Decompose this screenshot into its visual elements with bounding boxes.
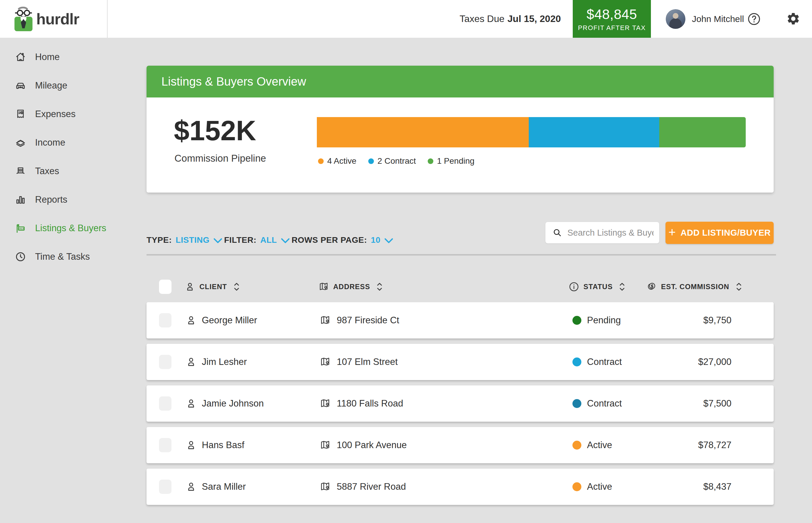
app-root: hurdlr Taxes Due Jul 15, 2020 $48,845 PR… [0,0,812,523]
map-icon [320,481,331,492]
search-input[interactable] [567,228,654,238]
brand-logo[interactable]: hurdlr [0,0,108,38]
gear-icon[interactable] [786,12,800,26]
address: 100 Park Avenue [337,427,407,463]
column-header-commission[interactable]: EST. COMMISSION [646,274,744,300]
taxes-due-text: Taxes Due Jul 15, 2020 [459,0,561,38]
type-value: LISTING [176,235,210,245]
column-header-client[interactable]: CLIENT [184,274,242,300]
svg-text:SALE: SALE [19,228,24,230]
client-name: Jim Lesher [202,344,247,380]
table-row[interactable]: George Miller 987 Fireside Ct Pending $9… [146,302,774,339]
sidebar: Home Mileage Expenses Income Taxes Repor… [0,38,108,523]
rows-per-page-label: ROWS PER PAGE: [292,235,367,245]
status-dot [573,316,581,325]
overview-card-body: $152K Commission Pipeline 4 Active 2 Con… [146,97,774,193]
person-icon [185,315,197,326]
bar-segment-contract [529,117,659,147]
overview-card: Listings & Buyers Overview $152K Commiss… [146,66,774,193]
address: 107 Elm Street [337,344,398,380]
sidebar-item-listings-buyers[interactable]: SALE Listings & Buyers [0,214,108,242]
address: 987 Fireside Ct [337,302,399,339]
divider [146,254,776,255]
commission-value: $8,437 [703,469,732,505]
income-icon [15,137,26,148]
sort-icon[interactable] [734,282,744,292]
sidebar-item-income[interactable]: Income [0,128,108,157]
status-dot [573,482,581,491]
user-name: John Mitchell [692,14,744,24]
sort-icon[interactable] [231,282,242,292]
address: 1180 Falls Road [337,385,403,422]
row-checkbox[interactable] [159,438,172,452]
column-header-status[interactable]: STATUS [569,274,628,300]
commission-value: $9,750 [703,302,732,339]
user-menu[interactable]: John Mitchell [666,0,744,38]
commission-value: $78,727 [698,427,732,463]
clock-icon [15,251,26,263]
commission-value: $27,000 [698,344,732,380]
sort-icon[interactable] [374,282,385,292]
sidebar-item-label: Home [35,52,60,62]
sidebar-item-label: Listings & Buyers [35,223,106,234]
column-header-address[interactable]: ADDRESS [318,274,385,300]
sidebar-item-taxes[interactable]: Taxes [0,157,108,185]
sort-icon[interactable] [617,282,628,292]
sidebar-item-label: Taxes [35,166,59,177]
status-label: Active [587,469,612,505]
profit-amount: $48,845 [587,6,637,22]
add-listing-buyer-button[interactable]: + ADD LISTING/BUYER [666,222,774,244]
taxes-due-date: Jul 15, 2020 [507,13,561,24]
search-icon [553,228,562,237]
person-icon [185,481,197,492]
brand-name: hurdlr [36,10,79,28]
person-icon [185,356,197,367]
car-icon [15,80,26,91]
map-icon [320,439,331,451]
taxes-due-label: Taxes Due [459,13,504,24]
sidebar-item-reports[interactable]: Reports [0,185,108,214]
status-label: Contract [587,344,622,380]
table-row[interactable]: Jim Lesher 107 Elm Street Contract $27,0… [146,344,774,380]
sidebar-item-label: Income [35,137,66,148]
legend-item: 1 Pending [428,156,474,166]
coins-icon [646,282,657,292]
sidebar-item-label: Time & Tasks [35,251,90,262]
avatar[interactable] [666,9,685,29]
legend-dot [368,158,374,164]
row-checkbox[interactable] [159,313,172,327]
type-dropdown[interactable]: TYPE: LISTING [146,234,222,246]
filter-dropdown[interactable]: FILTER: ALL [224,234,290,246]
sidebar-item-mileage[interactable]: Mileage [0,71,108,100]
legend-item: 2 Contract [368,156,416,166]
client-name: George Miller [202,302,257,339]
home-icon [15,51,26,63]
row-checkbox[interactable] [159,396,172,411]
map-icon [320,356,331,367]
pipeline-stacked-bar [317,117,746,147]
rows-per-page-dropdown[interactable]: ROWS PER PAGE: 10 [292,234,393,246]
chevron-down-icon [213,238,222,244]
profit-after-tax-box[interactable]: $48,845 PROFIT AFTER TAX [573,0,651,38]
select-all-checkbox[interactable] [159,279,172,294]
main-content: Listings & Buyers Overview $152K Commiss… [146,0,774,523]
status-label: Active [587,427,612,463]
table-row[interactable]: Jamie Johnson 1180 Falls Road Contract $… [146,385,774,422]
legend-item: 4 Active [318,156,356,166]
table-row[interactable]: Sara Miller 5887 River Road Active $8,43… [146,469,774,505]
sidebar-item-expenses[interactable]: Expenses [0,100,108,128]
taxes-icon [15,165,26,177]
person-icon [185,439,197,451]
row-checkbox[interactable] [159,480,172,494]
table-row[interactable]: Hans Basf 100 Park Avenue Active $78,727 [146,427,774,463]
row-checkbox[interactable] [159,355,172,369]
bar-segment-pending [659,117,746,147]
table-header: CLIENT ADDRESS STATUS EST. COMMISSION [146,274,774,300]
sale-sign-icon: SALE [15,222,26,234]
bar-segment-active [317,117,529,147]
sidebar-item-home[interactable]: Home [0,43,108,71]
sidebar-item-time-tasks[interactable]: Time & Tasks [0,242,108,271]
commission-value: $7,500 [703,385,732,422]
filter-value: ALL [260,235,277,245]
help-icon[interactable] [747,12,761,26]
